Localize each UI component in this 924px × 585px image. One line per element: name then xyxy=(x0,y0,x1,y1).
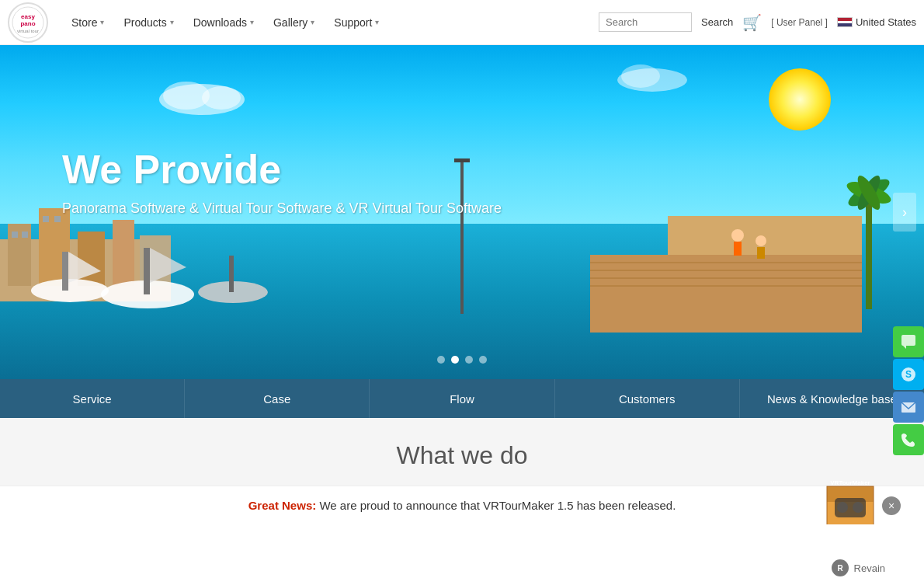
svg-rect-31 xyxy=(757,247,765,259)
hero-dot-4[interactable] xyxy=(479,356,487,364)
skype-icon[interactable]: S xyxy=(893,359,924,390)
svg-rect-51 xyxy=(901,335,915,346)
hero-dot-1[interactable] xyxy=(437,356,445,364)
svg-rect-32 xyxy=(866,193,872,309)
notification-message: We are proud to announce that VRTourMake… xyxy=(319,499,676,512)
svg-rect-21 xyxy=(229,256,234,292)
hero-next-arrow[interactable]: › xyxy=(893,193,916,232)
hero-subtitle: Panorama Software & Virtual Tour Softwar… xyxy=(62,200,502,217)
notification-text: Great News: We are proud to announce tha… xyxy=(248,499,676,512)
nav-support-arrow: ▾ xyxy=(375,18,379,26)
svg-text:pano: pano xyxy=(20,20,35,27)
nav-store[interactable]: Store ▾ xyxy=(64,10,112,35)
sub-nav: Service Case Flow Customers News & Knowl… xyxy=(0,379,924,418)
logo-circle: easy pano virtual tour xyxy=(8,2,48,43)
svg-marker-16 xyxy=(68,252,101,283)
hero-sun xyxy=(769,68,831,131)
hero-title: We Provide xyxy=(62,146,502,193)
language-selector[interactable]: United States xyxy=(837,16,916,28)
svg-point-28 xyxy=(731,229,744,242)
hero-dot-3[interactable] xyxy=(465,356,473,364)
email-icon[interactable] xyxy=(893,392,924,423)
svg-rect-15 xyxy=(62,252,68,291)
svg-marker-19 xyxy=(150,248,186,283)
sub-nav-flow[interactable]: Flow xyxy=(370,379,554,418)
language-label: United States xyxy=(856,16,916,28)
hero-trees xyxy=(831,154,908,309)
hero-text: We Provide Panorama Software & Virtual T… xyxy=(62,146,502,217)
svg-rect-29 xyxy=(734,242,742,256)
header-right: Search 🛒 [ User Panel ] United States xyxy=(599,12,916,32)
what-we-do-title: What we do xyxy=(0,441,924,470)
svg-point-39 xyxy=(202,86,241,110)
nav-store-arrow: ▾ xyxy=(100,18,104,26)
product-image: VRTourMaker xyxy=(823,471,877,524)
hero-banner: We Provide Panorama Software & Virtual T… xyxy=(0,45,924,379)
cart-icon[interactable]: 🛒 xyxy=(742,13,762,32)
nav-gallery-arrow: ▾ xyxy=(311,18,314,26)
svg-point-14 xyxy=(31,279,109,302)
svg-rect-18 xyxy=(144,248,150,294)
search-button[interactable]: Search xyxy=(701,16,733,28)
cloud-2 xyxy=(613,61,691,95)
side-icons: S xyxy=(893,326,924,455)
sub-nav-case[interactable]: Case xyxy=(185,379,370,418)
nav-products-arrow: ▾ xyxy=(170,18,174,26)
sub-nav-service[interactable]: Service xyxy=(0,379,185,418)
nav-downloads-arrow: ▾ xyxy=(250,18,254,26)
flag-icon xyxy=(837,17,853,27)
svg-text:easy: easy xyxy=(21,13,35,20)
hero-dock xyxy=(590,193,862,333)
user-panel-link[interactable]: [ User Panel ] xyxy=(771,17,828,28)
svg-text:VRTourMaker: VRTourMaker xyxy=(830,479,870,486)
nav-downloads[interactable]: Downloads ▾ xyxy=(186,10,262,35)
svg-text:S: S xyxy=(905,369,912,380)
hero-boats xyxy=(23,221,334,317)
svg-point-48 xyxy=(837,502,848,513)
notification-bar: Great News: We are proud to announce tha… xyxy=(0,486,924,524)
sub-nav-customers[interactable]: Customers xyxy=(555,379,740,418)
notification-close-button[interactable]: × xyxy=(882,496,901,515)
chat-icon[interactable] xyxy=(893,326,924,357)
nav-support[interactable]: Support ▾ xyxy=(326,10,387,35)
what-we-do-section: What we do xyxy=(0,418,924,486)
search-input[interactable] xyxy=(599,12,692,32)
notification-highlight: Great News: xyxy=(248,499,317,512)
phone-icon[interactable] xyxy=(893,424,924,455)
svg-point-30 xyxy=(756,235,766,246)
hero-dot-2[interactable] xyxy=(451,356,459,364)
header: easy pano virtual tour Store ▾ Products … xyxy=(0,0,924,45)
hero-dots xyxy=(437,356,487,364)
nav-products[interactable]: Products ▾ xyxy=(116,10,181,35)
main-nav: Store ▾ Products ▾ Downloads ▾ Gallery ▾… xyxy=(64,10,599,35)
logo[interactable]: easy pano virtual tour xyxy=(8,2,48,43)
nav-gallery[interactable]: Gallery ▾ xyxy=(266,10,322,35)
cloud-1 xyxy=(155,76,248,118)
svg-marker-52 xyxy=(903,346,906,349)
svg-rect-10 xyxy=(12,232,18,238)
svg-rect-23 xyxy=(590,255,862,333)
svg-point-49 xyxy=(853,502,863,513)
svg-point-41 xyxy=(621,64,660,88)
svg-text:virtual tour: virtual tour xyxy=(17,29,39,33)
